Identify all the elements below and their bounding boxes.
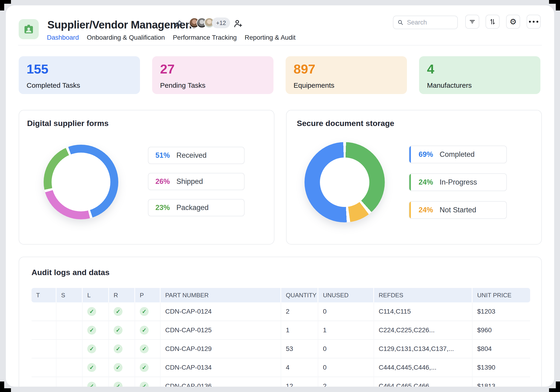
cell-r: ✓ [109, 358, 135, 377]
check-icon: ✓ [140, 326, 149, 335]
header-divider [18, 45, 542, 46]
cell-s [57, 340, 83, 358]
avatar-group[interactable]: +12 [189, 18, 230, 28]
check-icon: ✓ [140, 344, 149, 353]
chart-legend: 69%Completed24%In-Progress24%Not Started [409, 146, 507, 219]
cell-p: ✓ [135, 358, 160, 377]
check-icon: ✓ [114, 363, 122, 372]
chart-legend: 51%Received26%Shipped23%Packaged [148, 147, 245, 216]
sort-icon [489, 18, 496, 25]
cell-l: ✓ [83, 340, 109, 358]
cell-r: ✓ [109, 302, 135, 321]
id-badge-icon [22, 23, 35, 35]
cell-t [31, 321, 57, 340]
cell-refdes: C444,C445,C446,... [374, 358, 472, 377]
legend-item-shipped: 26%Shipped [148, 173, 245, 190]
stat-label: Equipements [293, 81, 399, 89]
tab-dashboard[interactable]: Dashboard [47, 34, 79, 41]
search-input[interactable] [407, 19, 454, 26]
cell-refdes: C114,C115 [374, 302, 472, 321]
filter-icon [469, 18, 476, 25]
column-header-unit-price: UNIT PRICE [472, 288, 530, 302]
cell-unused: 0 [318, 302, 374, 321]
cell-r: ✓ [109, 377, 135, 387]
table-title: Audit logs and datas [31, 268, 110, 277]
cell-unused: 0 [318, 340, 374, 358]
cell-t [31, 377, 57, 387]
check-icon: ✓ [114, 344, 122, 353]
legend-item-in-progress: 24%In-Progress [409, 173, 507, 191]
check-icon: ✓ [114, 326, 122, 335]
legend-label: In-Progress [440, 178, 477, 186]
cell-l: ✓ [83, 302, 109, 321]
audit-logs-panel: Audit logs and datas TSLRPPART NUMBERQUA… [19, 257, 542, 387]
cell-part-number: CDN-CAP-0134 [160, 358, 281, 377]
person-plus-icon[interactable] [233, 19, 243, 28]
cell-refdes: C129,C131,C134,C137,... [374, 340, 472, 358]
legend-item-received: 51%Received [148, 147, 245, 164]
legend-accent-bar [409, 146, 411, 163]
tab-onboarding-qualification[interactable]: Onboarding & Qualification [87, 34, 165, 41]
tab-reporting-audit[interactable]: Reporting & Audit [245, 34, 296, 41]
cell-l: ✓ [83, 321, 109, 340]
stat-card-2: 897Equipements [286, 56, 407, 94]
cell-part-number: CDN-CAP-0125 [160, 321, 281, 340]
cell-s [57, 358, 83, 377]
column-header-unused: UNUSED [318, 288, 374, 302]
cell-refdes: C224,C225,C226... [374, 321, 472, 340]
stat-value: 27 [160, 62, 266, 76]
column-header-quantity: QUANTITY [281, 288, 318, 302]
sort-button[interactable] [486, 15, 500, 29]
cell-s [57, 302, 83, 321]
cell-quantity: 4 [281, 358, 318, 377]
pushpin-icon[interactable] [174, 20, 183, 28]
crop-mark-bottom-right-v [556, 382, 560, 392]
check-icon: ✓ [114, 382, 122, 387]
cell-r: ✓ [109, 321, 135, 340]
table-row: ✓✓✓CDN-CAP-0136122C464,C465,C466...$1813 [31, 377, 530, 387]
cell-quantity: 2 [281, 302, 318, 321]
table-header-row: TSLRPPART NUMBERQUANTITYUNUSEDREFDESUNIT… [31, 288, 530, 302]
legend-item-completed: 69%Completed [409, 146, 507, 163]
table-row: ✓✓✓CDN-CAP-0129530C129,C131,C134,C137,..… [31, 340, 530, 358]
cell-unit-price: $804 [472, 340, 530, 358]
column-header-p: P [135, 288, 160, 302]
legend-label: Received [176, 151, 207, 160]
avatar-more-badge[interactable]: +12 [212, 18, 230, 28]
column-header-t: T [31, 288, 57, 302]
cell-s [57, 377, 83, 387]
panel-title: Digital supplier forms [27, 119, 109, 128]
legend-percentage: 24% [419, 206, 433, 214]
stat-label: Completed Tasks [27, 81, 132, 89]
document-storage-donut-chart [304, 142, 385, 222]
search-box[interactable] [393, 16, 458, 29]
audit-logs-table: TSLRPPART NUMBERQUANTITYUNUSEDREFDESUNIT… [31, 288, 530, 387]
more-button[interactable] [527, 15, 541, 29]
legend-label: Shipped [176, 177, 203, 186]
table-row: ✓✓✓CDN-CAP-013440C444,C445,C446,...$1390 [31, 358, 530, 377]
cell-quantity: 12 [281, 377, 318, 387]
legend-item-not-started: 24%Not Started [409, 201, 507, 219]
column-header-refdes: REFDES [374, 288, 472, 302]
cell-p: ✓ [135, 321, 160, 340]
tab-bar: DashboardOnboarding & QualificationPerfo… [47, 34, 295, 41]
filter-button[interactable] [465, 15, 479, 29]
stat-value: 897 [293, 62, 399, 76]
legend-percentage: 69% [419, 150, 433, 159]
cell-unused: 1 [318, 321, 374, 340]
column-header-part-number: PART NUMBER [160, 288, 281, 302]
cell-part-number: CDN-CAP-0136 [160, 377, 281, 387]
column-header-l: L [83, 288, 109, 302]
legend-label: Not Started [440, 206, 476, 214]
stat-label: Pending Tasks [160, 81, 266, 89]
cell-refdes: C464,C465,C466... [374, 377, 472, 387]
cell-unit-price: $1390 [472, 358, 530, 377]
cell-unused: 2 [318, 377, 374, 387]
crop-mark-bottom-left-v [0, 382, 4, 392]
ellipsis-icon [529, 21, 538, 23]
check-icon: ✓ [87, 307, 96, 316]
legend-percentage: 23% [155, 203, 170, 212]
settings-button[interactable]: ⚙ [506, 15, 520, 29]
tab-performance-tracking[interactable]: Performance Tracking [173, 34, 237, 41]
cell-part-number: CDN-CAP-0124 [160, 302, 281, 321]
